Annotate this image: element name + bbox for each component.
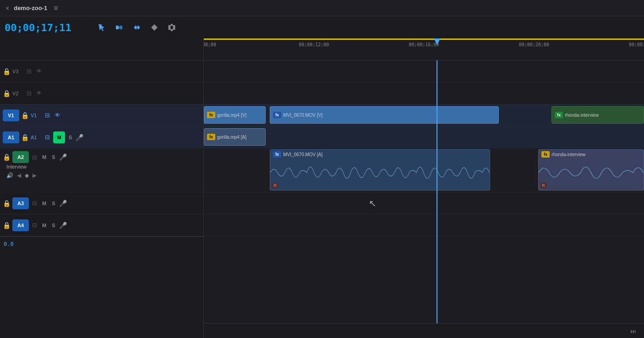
sync-btn-a2[interactable]: ⊟ <box>31 153 38 162</box>
clip-gorilla-v[interactable]: fx gorilla.mp4 [V] <box>204 106 266 124</box>
svg-rect-2 <box>116 26 119 29</box>
svg-rect-7 <box>136 26 138 29</box>
mute-btn-a2[interactable]: M <box>40 153 48 161</box>
mute-btn-a3[interactable]: M <box>40 200 48 207</box>
track-lane-a4[interactable] <box>204 214 644 236</box>
sync-btn-a3[interactable]: ⊟ <box>31 199 38 207</box>
eye-btn-v2[interactable]: 👁 <box>35 89 44 98</box>
clip-name-mvi-a: MVI_0670.MOV [A] <box>283 152 322 157</box>
track-headers: 🔒 V3 ⊟ 👁 🔒 V2 ⊟ 👁 V1 🔒 V1 ⊟ 👁 A1 🔒 A1 ⊟ … <box>0 38 204 338</box>
waveform-mvi-a <box>270 159 490 186</box>
slip-tool-btn[interactable] <box>128 21 146 34</box>
ruler-spacer <box>0 38 203 60</box>
lock-icon-v2[interactable]: 🔒 <box>3 90 11 97</box>
lock-icon-a1[interactable]: 🔒 <box>21 134 29 141</box>
track-pill-a4[interactable]: A4 <box>12 219 29 231</box>
ruler-mark-20: 00;00;20;00 <box>519 42 549 47</box>
project-name: demo-zoo-1 <box>14 5 47 11</box>
sync-btn-v1[interactable]: ⊟ <box>44 111 51 120</box>
svg-marker-5 <box>134 25 136 30</box>
ruler[interactable]: ;00;08;00 00;00;12;00 00;00;16;00 00;00;… <box>204 38 644 60</box>
mic-icon-a4[interactable]: 🎤 <box>59 222 67 229</box>
lock-icon-v3[interactable]: 🔒 <box>3 68 11 75</box>
prev-keyframe-a2[interactable]: ◀ <box>17 172 21 179</box>
track-pill-v1[interactable]: V1 <box>3 109 19 121</box>
mic-icon-a1[interactable]: 🎤 <box>76 134 83 141</box>
fx-badge-mvi-a: fx <box>273 151 281 158</box>
fx-badge-rhonda-a: fx <box>541 151 550 158</box>
mute-btn-a1[interactable]: M <box>53 131 65 143</box>
skip-to-end-btn[interactable]: ⏭ <box>630 327 637 335</box>
track-interview-label: Interview <box>6 164 27 169</box>
close-icon[interactable]: × <box>5 5 9 12</box>
mic-icon-a3[interactable]: 🎤 <box>59 200 67 207</box>
next-keyframe-a2[interactable]: ▶ <box>33 172 37 179</box>
clip-mvi-a[interactable]: fx MVI_0670.MOV [A] R <box>270 149 490 191</box>
track-lane-a1[interactable]: fx gorilla.mp4 [A] <box>204 126 644 148</box>
track-name-v1: V1 <box>31 113 42 118</box>
solo-btn-a2[interactable]: S <box>50 153 57 161</box>
ruler-mark-24: 00;00;24;00 <box>629 42 644 47</box>
fx-badge-gorilla-a: fx <box>207 134 215 140</box>
timeline-area: ;00;08;00 00;00;12;00 00;00;16;00 00;00;… <box>204 38 644 338</box>
r-badge-mvi: R <box>272 183 278 188</box>
settings-tool-btn[interactable] <box>163 21 180 34</box>
fx-badge-rhonda-v: fx <box>555 112 563 118</box>
track-lane-v2[interactable] <box>204 82 644 104</box>
waveform-rhonda-a <box>539 159 644 186</box>
track-pill-a2[interactable]: A2 <box>12 151 29 163</box>
eye-btn-v1[interactable]: 👁 <box>53 111 62 120</box>
svg-marker-6 <box>138 25 140 30</box>
bottom-row-left: 0.0 <box>0 236 203 251</box>
lock-icon-a3[interactable]: 🔒 <box>3 200 11 207</box>
track-lane-a2[interactable]: fx MVI_0670.MOV [A] R fx rhonda-intervie… <box>204 148 644 192</box>
sync-btn-v2[interactable]: ⊟ <box>25 89 33 98</box>
track-row-v2: 🔒 V2 ⊟ 👁 <box>0 82 203 104</box>
solo-btn-a4[interactable]: S <box>50 222 57 229</box>
track-lane-a3[interactable] <box>204 192 644 214</box>
mute-btn-a4[interactable]: M <box>40 222 48 229</box>
track-name-v3: V3 <box>12 69 23 74</box>
ripple-tool-btn[interactable] <box>111 21 128 34</box>
volume-icon-a2: 🔊 <box>6 172 13 179</box>
track-row-a4: 🔒 A4 ⊟ M S 🎤 <box>0 214 203 236</box>
track-row-v3: 🔒 V3 ⊟ 👁 <box>0 60 203 82</box>
marker-tool-btn[interactable] <box>146 21 163 34</box>
eye-btn-v3[interactable]: 👁 <box>35 67 44 76</box>
solo-btn-a1[interactable]: S <box>67 134 74 141</box>
track-name-v2: V2 <box>12 91 23 96</box>
track-row-a1: A1 🔒 A1 ⊟ M S 🎤 <box>0 126 203 148</box>
ruler-mark-12: 00;00;12;00 <box>299 42 329 47</box>
clip-name-rhonda-v: rhonda-interview <box>565 113 599 118</box>
mic-icon-a2[interactable]: 🎤 <box>59 153 67 161</box>
clip-name-mvi-v: MVI_0670.MOV [V] <box>283 113 322 118</box>
sync-btn-a4[interactable]: ⊟ <box>31 221 38 229</box>
ruler-marks: ;00;08;00 00;00;12;00 00;00;16;00 00;00;… <box>204 42 644 60</box>
volume-value: 0.0 <box>4 241 14 247</box>
bottom-row-right: ⏭ <box>204 323 644 338</box>
clip-name-rhonda-a: rhonda-interview <box>551 152 585 157</box>
playhead-line <box>437 60 437 323</box>
track-lane-v3[interactable] <box>204 60 644 82</box>
tc-tools-row: 00;00;17;11 <box>0 16 644 38</box>
track-pill-a1[interactable]: A1 <box>3 131 19 143</box>
track-pill-a3[interactable]: A3 <box>12 197 29 209</box>
ruler-mark-16: 00;00;16;00 <box>409 42 439 47</box>
clip-gorilla-a[interactable]: fx gorilla.mp4 [A] <box>204 128 266 146</box>
track-row-a3: 🔒 A3 ⊟ M S 🎤 <box>0 192 203 214</box>
clip-rhonda-v[interactable]: fx rhonda-interview <box>551 106 644 124</box>
r-badge-rhonda: R <box>540 183 546 188</box>
menu-icon[interactable]: ≡ <box>54 4 58 12</box>
sync-btn-a1[interactable]: ⊟ <box>44 133 51 142</box>
sync-btn-v3[interactable]: ⊟ <box>25 67 33 76</box>
svg-rect-3 <box>120 26 122 29</box>
lock-icon-a2[interactable]: 🔒 <box>3 153 11 161</box>
solo-btn-a3[interactable]: S <box>50 200 57 207</box>
select-tool-btn[interactable] <box>93 21 111 34</box>
track-lane-v1[interactable]: fx gorilla.mp4 [V] fx MVI_0670.MOV [V] f… <box>204 104 644 126</box>
fx-badge-mvi-v: fx <box>273 112 281 118</box>
clip-rhonda-a[interactable]: fx rhonda-interview R <box>538 149 644 191</box>
lock-icon-a4[interactable]: 🔒 <box>3 222 11 229</box>
clip-mvi-v[interactable]: fx MVI_0670.MOV [V] <box>270 106 499 124</box>
lock-icon-v1[interactable]: 🔒 <box>21 112 29 119</box>
